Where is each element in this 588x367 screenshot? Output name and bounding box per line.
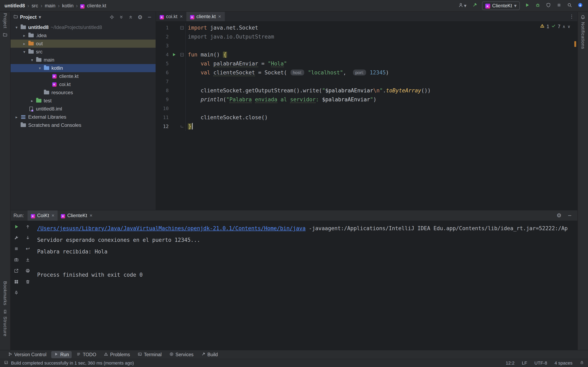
run-console[interactable]: /Users/jesusn/Library/Java/JavaVirtualMa… — [34, 221, 577, 350]
soft-wrap-icon[interactable]: ↩ — [25, 245, 31, 252]
tree-item-scratches-and-consoles[interactable]: Scratches and Consoles — [11, 121, 156, 129]
settings-gear-icon[interactable]: ⚙ — [137, 14, 143, 20]
line-number[interactable]: 6 — [156, 70, 169, 75]
camera-icon[interactable] — [13, 257, 20, 263]
fold-marker[interactable] — [178, 122, 186, 131]
hide-panel-icon[interactable]: − — [566, 212, 573, 219]
toolwindow-problems-button[interactable]: Problems — [101, 351, 133, 358]
read-only-lock-icon[interactable] — [580, 360, 584, 366]
line-number[interactable]: 5 — [156, 61, 169, 66]
run-tab-coikt[interactable]: KCoiKt× — [27, 210, 58, 221]
project-stripe-icon[interactable] — [3, 33, 7, 37]
chevron-down-icon[interactable]: ▾ — [37, 66, 43, 71]
toolwindow-structure-button[interactable]: Structure — [2, 315, 8, 338]
caret-position[interactable]: 12:2 — [506, 360, 515, 366]
chevron-right-icon[interactable]: ▸ — [21, 42, 27, 46]
code-line-6[interactable]: 6 val clienteSocket = Socket( host: "loc… — [156, 68, 577, 77]
tree-item-untitled8-iml[interactable]: untitled8.iml — [11, 105, 156, 113]
code-editor[interactable]: 1−import java.net.Socket2import java.io.… — [156, 22, 577, 210]
tree-item-coi-kt[interactable]: Kcoi.kt — [11, 80, 156, 89]
close-tab-icon[interactable]: × — [180, 14, 183, 19]
bookmark-icon[interactable] — [3, 309, 7, 314]
hide-panel-icon[interactable]: − — [146, 14, 153, 20]
project-view-selector[interactable]: Project ▾ — [13, 14, 41, 20]
line-number[interactable]: 12 — [156, 124, 169, 129]
breadcrumb-item-src[interactable]: src — [32, 3, 38, 8]
line-number[interactable]: 4 — [156, 52, 169, 57]
tree-item-resources[interactable]: resources — [11, 89, 156, 97]
coverage-button[interactable] — [545, 2, 552, 9]
line-separator[interactable]: LF — [522, 360, 527, 366]
breadcrumb-item-cliente-kt[interactable]: cliente.kt — [87, 3, 106, 8]
prev-problem-icon[interactable]: ∧ — [562, 25, 566, 29]
toolwindow-todo-button[interactable]: TODO — [74, 351, 99, 358]
editor-tab-coi-kt[interactable]: Kcoi.kt× — [156, 12, 186, 21]
indent-style[interactable]: 4 spaces — [554, 360, 572, 366]
line-number[interactable]: 10 — [156, 106, 169, 111]
up-icon[interactable] — [25, 224, 31, 230]
inspections-widget[interactable]: 1 7 ∧ ∨ — [540, 24, 571, 29]
toolwindow-terminal-button[interactable]: Terminal — [135, 351, 164, 358]
wrench-icon[interactable] — [13, 234, 20, 241]
run-config-selector[interactable]: K ClienteKt ▾ — [482, 1, 520, 10]
code-line-9[interactable]: 9 println("Palabra enviada al servidor: … — [156, 95, 577, 104]
toolwindow-build-button[interactable]: Build — [199, 351, 221, 358]
bell-icon[interactable] — [580, 15, 585, 20]
code-line-5[interactable]: 5 val palabraAEnviar = "Hola" — [156, 59, 577, 68]
chevron-right-icon[interactable]: ▸ — [13, 115, 20, 119]
code-line-8[interactable]: 8 clienteSocket.getOutputStream().write(… — [156, 86, 577, 95]
expand-all-icon[interactable] — [118, 14, 125, 20]
rerun-icon[interactable] — [13, 224, 20, 230]
line-number[interactable]: 11 — [156, 115, 169, 120]
console-link[interactable]: /Users/jesusn/Library/Java/JavaVirtualMa… — [37, 225, 306, 231]
code-line-7[interactable]: 7 — [156, 77, 577, 86]
close-tab-icon[interactable]: × — [90, 213, 93, 218]
toolwindow-notifications-button[interactable]: Notifications — [580, 21, 586, 50]
toolwindow-project-button[interactable]: Project — [2, 12, 8, 30]
breadcrumb-item-untitled8[interactable]: untitled8 — [4, 3, 25, 8]
run-tab-clientekt[interactable]: KClienteKt× — [58, 210, 95, 221]
tree-item-cliente-kt[interactable]: Kcliente.kt — [11, 72, 156, 80]
editor-more-icon[interactable]: ⋮ — [569, 14, 574, 19]
run-line-icon[interactable] — [169, 52, 178, 57]
line-number[interactable]: 8 — [156, 88, 169, 93]
layout-icon[interactable] — [13, 278, 20, 285]
search-everywhere-icon[interactable] — [566, 2, 573, 9]
code-line-2[interactable]: 2import java.io.OutputStream — [156, 32, 577, 41]
run-button[interactable] — [524, 2, 530, 9]
stop-icon[interactable] — [13, 245, 20, 252]
chevron-down-icon[interactable]: ▾ — [13, 25, 20, 30]
code-line-10[interactable]: 10 — [156, 104, 577, 113]
toolwindow-services-button[interactable]: Services — [167, 351, 196, 358]
warning-stripe-mark[interactable] — [574, 41, 576, 47]
update-icon[interactable] — [577, 2, 584, 9]
next-problem-icon[interactable]: ∨ — [567, 25, 571, 29]
line-number[interactable]: 7 — [156, 79, 169, 84]
close-tab-icon[interactable]: × — [218, 14, 221, 19]
breadcrumb-item-kotlin[interactable]: kotlin — [62, 3, 73, 8]
code-line-1[interactable]: 1−import java.net.Socket — [156, 23, 577, 32]
editor-tab-cliente-kt[interactable]: Kcliente.kt× — [186, 12, 225, 21]
tree-item-test[interactable]: ▸test — [11, 97, 156, 105]
select-opened-file-icon[interactable] — [109, 14, 115, 20]
code-line-12[interactable]: 12} — [156, 122, 577, 131]
print-icon[interactable] — [25, 267, 31, 274]
encoding[interactable]: UTF-8 — [535, 360, 547, 366]
tree-item-idea[interactable]: ▸.idea — [11, 31, 156, 40]
fold-marker[interactable]: − — [178, 50, 186, 59]
user-icon[interactable]: ▾ — [458, 2, 467, 9]
toolwindow-run-button[interactable]: Run — [51, 351, 72, 358]
toolwindow-version-control-button[interactable]: Version Control — [5, 351, 49, 358]
pin-icon[interactable] — [13, 290, 20, 296]
scroll-end-icon[interactable] — [25, 257, 31, 263]
stop-button[interactable] — [556, 2, 562, 9]
toolwindow-bookmarks-button[interactable]: Bookmarks — [2, 280, 8, 307]
chevron-down-icon[interactable]: ▾ — [29, 58, 35, 62]
breadcrumb-item-main[interactable]: main — [45, 3, 55, 8]
down-icon[interactable] — [25, 234, 31, 241]
close-tab-icon[interactable]: × — [52, 213, 54, 218]
chevron-down-icon[interactable]: ▾ — [21, 50, 27, 54]
tree-item-untitled8[interactable]: ▾untitled8~/IdeaProjects/untitled8 — [11, 23, 156, 31]
line-number[interactable]: 3 — [156, 43, 169, 48]
toolwindows-toggle-icon[interactable] — [4, 360, 8, 366]
